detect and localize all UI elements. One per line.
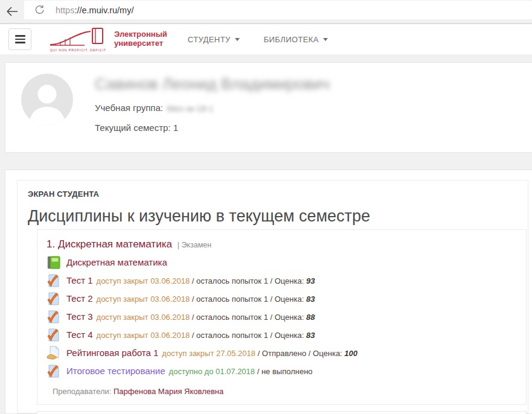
course-heading: 1. Дискретная математика | Экзамен: [46, 238, 517, 252]
study-group-value-blurred: Мен-эк-18-1: [167, 104, 214, 113]
activity-row: Рейтинговая работа 1доступ закрыт 27.05.…: [46, 346, 517, 360]
avatar: [21, 74, 73, 126]
refresh-icon: [34, 5, 45, 15]
grade-value: 93: [306, 276, 315, 285]
activity-row: Дискретная математика: [46, 255, 517, 270]
grade-value: 88: [306, 313, 315, 322]
quiz-icon: [46, 310, 61, 324]
course-title-link[interactable]: Дискретная математика: [58, 238, 172, 250]
back-button[interactable]: [0, 0, 24, 23]
activity-link[interactable]: Рейтинговая работа 1: [66, 348, 158, 358]
site-header: QUI NON PROFICIT, DEFICIT Электронный ун…: [0, 24, 532, 54]
page-title: Дисциплины к изучению в текущем семестре: [28, 205, 528, 228]
activity-row: Тест 4доступ закрыт 03.06.2018 / осталос…: [46, 328, 517, 342]
address-bar[interactable]: https://e.muiv.ru/my/: [24, 1, 532, 19]
refresh-button[interactable]: [31, 2, 47, 18]
activity-link[interactable]: Дискретная математика: [66, 257, 167, 267]
grade-value: 100: [344, 349, 357, 358]
activity-meta: доступ закрыт 03.06.2018 / осталось попы…: [97, 331, 315, 340]
teachers-line: Преподаватели: Парфенова Мария Яковлевна: [53, 387, 517, 396]
assignment-icon: [46, 346, 61, 360]
activity-meta: доступ закрыт 03.06.2018 / осталось попы…: [97, 276, 315, 285]
teacher-link[interactable]: Парфенова Мария Яковлевна: [114, 387, 223, 396]
logo-text: Электронный университет: [114, 30, 167, 48]
activity-meta: доступно до 01.07.2018 / не выполнено: [169, 367, 313, 376]
chevron-down-icon: [323, 38, 328, 41]
next-course-box-partial: [37, 411, 527, 414]
course-exam-type: | Экзамен: [178, 241, 211, 249]
activity-row: Итоговое тестированиедоступно до 01.07.2…: [46, 364, 517, 378]
activity-link[interactable]: Тест 2: [66, 293, 93, 304]
activity-meta: доступ закрыт 03.06.2018 / осталось попы…: [97, 313, 315, 322]
activity-link[interactable]: Тест 1: [66, 275, 93, 285]
url-text[interactable]: https://e.muiv.ru/my/: [56, 5, 133, 15]
university-logo[interactable]: QUI NON PROFICIT, DEFICIT Электронный ун…: [48, 26, 167, 53]
url-rest: ://e.muiv.ru/my/: [74, 5, 133, 15]
student-name-blurred: Савинов Леонид Владимирович: [95, 75, 330, 94]
grade-value: 83: [306, 295, 315, 304]
activity-row: Тест 2доступ закрыт 03.06.2018 / осталос…: [46, 291, 517, 306]
profile-info: Савинов Леонид Владимирович Учебная груп…: [95, 74, 330, 152]
activity-row: Тест 3доступ закрыт 03.06.2018 / осталос…: [46, 310, 517, 324]
menu-button[interactable]: [8, 28, 31, 50]
quiz-icon: [46, 291, 61, 306]
chevron-down-icon: [235, 38, 240, 41]
study-group-line: Учебная группа:Мен-эк-18-1: [95, 103, 330, 113]
browser-chrome: https://e.muiv.ru/my/: [0, 0, 532, 24]
activity-row: Тест 1доступ закрыт 03.06.2018 / осталос…: [46, 273, 517, 288]
course-index: 1.: [46, 238, 55, 250]
book-icon: [46, 255, 61, 270]
activity-link[interactable]: Итоговое тестирование: [66, 366, 165, 376]
logo-motto: QUI NON PROFICIT, DEFICIT: [50, 48, 106, 52]
main-nav: СТУДЕНТУ БИБЛИОТЕКА: [188, 35, 328, 44]
back-arrow-icon: [5, 5, 19, 18]
section-title: ЭКРАН СТУДЕНТА: [28, 189, 528, 199]
semester-value: 1: [173, 123, 178, 133]
activity-meta: доступ закрыт 03.06.2018 / осталось попы…: [97, 295, 315, 304]
url-scheme: https: [56, 5, 74, 15]
course-box: 1. Дискретная математика | Экзамен Дискр…: [37, 229, 527, 405]
profile-card: Савинов Леонид Владимирович Учебная груп…: [5, 62, 532, 153]
activity-link[interactable]: Тест 3: [66, 311, 93, 322]
hamburger-icon: [15, 35, 25, 37]
content-region: ЭКРАН СТУДЕНТА Дисциплины к изучению в т…: [5, 170, 532, 414]
nav-item-library[interactable]: БИБЛИОТЕКА: [264, 35, 328, 44]
page-background: Савинов Леонид Владимирович Учебная груп…: [0, 54, 532, 414]
nav-item-student[interactable]: СТУДЕНТУ: [188, 35, 240, 44]
quiz-icon: [46, 364, 61, 378]
student-screen-block: ЭКРАН СТУДЕНТА Дисциплины к изучению в т…: [17, 180, 528, 413]
quiz-icon: [46, 273, 61, 288]
quiz-icon: [46, 328, 61, 342]
grade-value: 83: [306, 331, 315, 340]
semester-line: Текущий семестр: 1: [95, 123, 330, 133]
activity-link[interactable]: Тест 4: [66, 330, 93, 340]
logo-bridge-book-icon: QUI NON PROFICIT, DEFICIT: [48, 26, 111, 53]
activity-meta: доступ закрыт 27.05.2018 / Отправлено / …: [162, 349, 357, 358]
